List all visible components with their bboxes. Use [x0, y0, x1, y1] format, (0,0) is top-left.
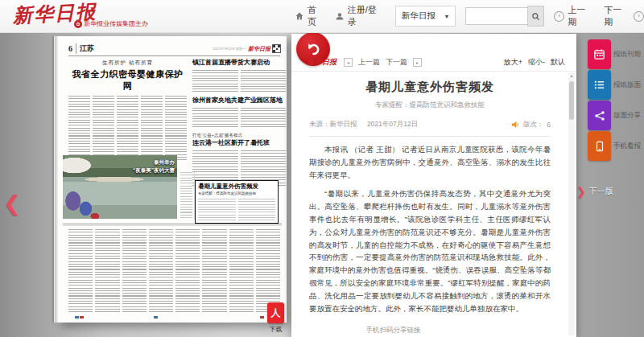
scrollbar-thumb[interactable] — [569, 81, 574, 120]
prev-issue-button[interactable]: ‹ 上一期 — [554, 4, 594, 28]
zoom-reset-button[interactable]: 默认 — [551, 57, 565, 68]
article-headline[interactable]: 镇江首届直播带货大赛启动 — [192, 58, 286, 67]
prev-article-icon[interactable]: ◂ — [344, 58, 353, 67]
nav-home-label: 首页 — [308, 4, 325, 28]
speaker-icon[interactable] — [511, 121, 520, 129]
fake-text-column — [198, 199, 236, 221]
rail-label-share[interactable]: 版面分享 — [613, 111, 641, 121]
next-issue-icon: › — [634, 11, 644, 22]
search-button[interactable] — [527, 6, 544, 27]
rail-button-pages[interactable] — [588, 70, 611, 100]
nav-login-label: 注册/登录 — [348, 4, 386, 28]
nav-login[interactable]: 注册/登录 — [335, 4, 386, 28]
fake-text-column — [117, 96, 138, 162]
column-mark — [80, 316, 84, 319]
fake-text-column — [165, 96, 187, 162]
newspaper-page-header: 6 江苏 2021年7月12日 星期一 新华日报 — [68, 43, 280, 54]
share-section: 手机扫码分享链接 — [291, 326, 568, 337]
phone-icon — [594, 141, 605, 152]
reader-stage: ❮ 6 江苏 2021年7月12日 星期一 新华日报 生有所护 幼有所育 我省全… — [0, 32, 644, 337]
fake-text-column — [95, 229, 119, 314]
search-input[interactable] — [465, 7, 527, 25]
section-name: 江苏 — [76, 43, 94, 54]
column-mark — [260, 316, 264, 319]
search-box — [465, 6, 544, 27]
newspaper-page-preview[interactable]: 6 江苏 2021年7月12日 星期一 新华日报 生有所护 幼有所育 我省全力织… — [58, 36, 287, 323]
fake-text-column — [68, 229, 93, 314]
qr-block: 手机扫码分享链接 — [358, 326, 428, 337]
newspaper-masthead: 2021年7月12日 星期一 新华日报 — [213, 45, 280, 53]
rail-label-pages[interactable]: 报纸版面 — [613, 80, 641, 90]
zoom-in-button[interactable]: 放大+ — [504, 57, 522, 68]
page-number: 6 — [68, 44, 72, 53]
article-date: 2021年07月12日 — [367, 120, 418, 128]
next-issue-button[interactable]: 下一期 › — [604, 4, 644, 28]
photo-headline-line2: “夜泰美”夜钓大赛 — [115, 166, 175, 175]
meta-divider — [309, 136, 551, 137]
fake-text-column — [202, 229, 226, 314]
paragraph: “暑期以来，儿童意外伤害仍保持高发态势，其中交通意外尤为突出。高空坠落、攀爬栏杆… — [309, 187, 551, 314]
lead-text-columns — [68, 96, 187, 162]
photo-headline-line1: 泰州举办 — [115, 158, 175, 166]
next-page-button[interactable]: ❯ 下一版 — [576, 185, 613, 198]
highlighted-article-subtitle: 专家提醒：提高防范意识和急救技能 — [198, 191, 275, 195]
top-header-bar: 新华日报 ✿ 新华报业传媒集团主办 首页 注册/登录 新华日报 ▼ ‹ 上一期 … — [0, 0, 644, 33]
scrollbar-track[interactable]: ▲ — [568, 72, 575, 335]
fake-text-column — [229, 229, 254, 314]
zoom-out-button[interactable]: 缩小- — [528, 57, 545, 68]
next-article-icon[interactable]: ▸ — [413, 58, 422, 67]
publisher-text: 新华报业传媒集团主办 — [84, 19, 148, 28]
share-icon — [594, 110, 605, 121]
prev-article-button[interactable]: 上一篇 — [358, 57, 380, 68]
user-icon — [335, 11, 345, 21]
article-kicker: 打造“公益+志愿”服务模式 — [192, 133, 286, 138]
highlighted-article-box[interactable]: 暑期儿童意外伤害频发 专家提醒：提高防范意识和急救技能 — [195, 180, 279, 224]
nav-home[interactable]: 首页 — [295, 4, 325, 28]
home-icon — [295, 11, 304, 21]
paper-select-dropdown[interactable]: 新华日报 ▼ — [395, 6, 456, 27]
highlighted-article-title: 暑期儿童意外伤害频发 — [198, 183, 275, 191]
article-content: 暑期儿童意外伤害频发 专家提醒：提高防范意识和急救技能 来源：新华日报 2021… — [291, 72, 568, 337]
rail-button-share[interactable] — [588, 101, 611, 130]
calendar-icon — [593, 48, 605, 60]
pdf-icon: 人 — [267, 302, 284, 323]
bottom-text-columns — [68, 229, 280, 314]
article-text-columns — [192, 108, 286, 128]
next-issue-label: 下一期 — [604, 4, 630, 28]
rail-button-issues[interactable] — [588, 39, 611, 69]
next-article-button[interactable]: 下一篇 — [386, 57, 407, 68]
prev-page-arrow[interactable]: ❮ — [3, 193, 21, 214]
fake-text-column — [192, 70, 238, 92]
article-page-info: 版次：6 — [511, 120, 551, 129]
list-icon — [593, 79, 605, 91]
rail-label-issues[interactable]: 报纸刊期 — [613, 50, 641, 60]
highlighted-article-text — [198, 199, 275, 221]
fake-text-column — [241, 70, 287, 92]
bottom-article — [68, 229, 280, 314]
next-page-arrow-icon: ❯ — [576, 185, 586, 198]
chevron-down-icon: ▼ — [444, 14, 449, 19]
photo-article-headline[interactable]: 泰州举办 “夜泰美”夜钓大赛 — [115, 158, 175, 175]
prev-issue-icon: ‹ — [554, 11, 564, 22]
article-panel: 新华日报 ◂ 上一篇 下一篇 ▸ 放大+ 缩小- 默认 暑期儿童意外伤害频发 专… — [291, 34, 576, 337]
article-headline[interactable]: 连云港一社区新开了暑托班 — [192, 138, 286, 147]
lead-headline[interactable]: 我省全力织密母婴健康保护网 — [68, 68, 187, 92]
article-toolbar: 新华日报 ◂ 上一篇 下一篇 ▸ 放大+ 缩小- 默认 — [308, 55, 565, 69]
article-source: 来源：新华日报 — [309, 120, 357, 128]
rail-label-mobile[interactable]: 手机看报 — [613, 142, 641, 151]
article-headline[interactable]: 徐州首家央地共建产业园区落地 — [192, 96, 286, 105]
fake-text-column — [122, 229, 147, 314]
fake-text-column — [241, 108, 287, 128]
pdf-download[interactable]: 人 下载 — [266, 302, 285, 334]
article-source-date: 来源：新华日报 2021年07月12日 — [309, 120, 426, 129]
article-subtitle: 专家提醒：提高防范意识和急救技能 — [291, 101, 568, 110]
fake-text-column — [93, 96, 114, 162]
rail-button-mobile[interactable] — [588, 131, 611, 161]
masthead-qr-icon — [273, 45, 280, 52]
fake-text-column — [180, 172, 192, 218]
panel-logo: 新华日报 — [308, 57, 336, 68]
page-number-value: 6 — [547, 121, 551, 129]
fake-text-column — [192, 108, 238, 128]
scroll-up-icon[interactable]: ▲ — [568, 72, 575, 80]
paper-select-value: 新华日报 — [402, 10, 436, 22]
